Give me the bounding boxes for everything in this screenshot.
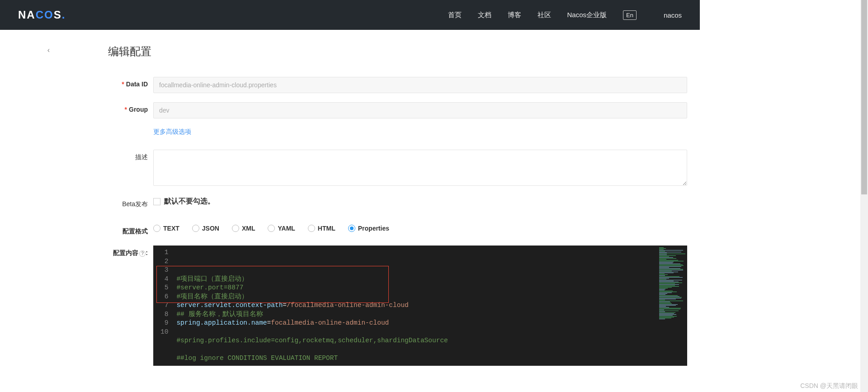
radio-yaml[interactable]: YAML bbox=[268, 225, 295, 232]
back-icon[interactable]: ‹ bbox=[47, 46, 50, 375]
desc-textarea[interactable] bbox=[153, 150, 687, 186]
header-bar: NACOS. 首页 文档 博客 社区 Nacos企业版 En nacos bbox=[0, 0, 700, 30]
label-data-id: Data ID bbox=[126, 80, 148, 88]
radio-text[interactable]: TEXT bbox=[153, 225, 179, 232]
format-radio-group: TEXT JSON XML YAML HTML Properties bbox=[153, 224, 687, 232]
editor-minimap[interactable] bbox=[658, 246, 687, 366]
header-nav: 首页 文档 博客 社区 Nacos企业版 En nacos bbox=[448, 10, 682, 20]
beta-hint: 默认不要勾选。 bbox=[164, 197, 215, 206]
nav-enterprise[interactable]: Nacos企业版 bbox=[567, 11, 607, 19]
nav-docs[interactable]: 文档 bbox=[478, 11, 491, 19]
radio-properties[interactable]: Properties bbox=[348, 225, 389, 232]
radio-html[interactable]: HTML bbox=[308, 225, 335, 232]
advanced-options-link[interactable]: 更多高级选项 bbox=[153, 128, 191, 135]
page-scrollbar[interactable] bbox=[860, 0, 868, 375]
label-format: 配置格式 bbox=[108, 224, 153, 236]
label-beta: Beta发布 bbox=[108, 197, 153, 208]
label-desc: 描述 bbox=[108, 150, 153, 161]
nav-home[interactable]: 首页 bbox=[448, 11, 462, 19]
label-content: 配置内容 bbox=[113, 249, 138, 256]
radio-xml[interactable]: XML bbox=[232, 225, 255, 232]
radio-json[interactable]: JSON bbox=[192, 225, 219, 232]
page-title: 编辑配置 bbox=[108, 44, 687, 59]
lang-toggle[interactable]: En bbox=[623, 10, 637, 20]
label-group: Group bbox=[129, 106, 148, 113]
nav-community[interactable]: 社区 bbox=[538, 11, 551, 19]
user-menu[interactable]: nacos bbox=[664, 11, 682, 19]
nacos-logo: NACOS. bbox=[18, 9, 66, 21]
nav-blog[interactable]: 博客 bbox=[508, 11, 521, 19]
sidebar-collapse: ‹ bbox=[0, 30, 97, 375]
beta-checkbox[interactable] bbox=[153, 198, 160, 205]
group-input[interactable] bbox=[153, 102, 687, 118]
help-icon[interactable]: ? bbox=[139, 250, 146, 257]
code-editor[interactable]: 12345678910 #项目端口（直接启动）#server.port=8877… bbox=[153, 246, 687, 366]
data-id-input[interactable] bbox=[153, 77, 687, 93]
